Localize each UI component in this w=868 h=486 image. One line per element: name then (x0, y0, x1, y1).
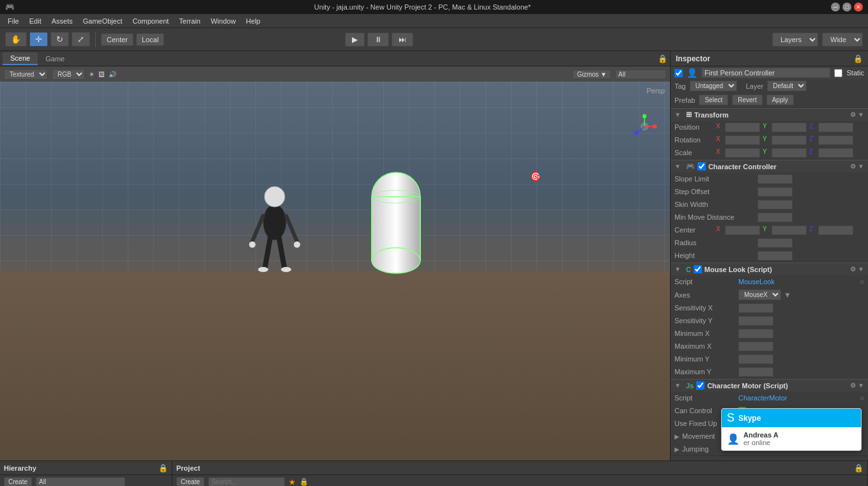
tab-scene[interactable]: Scene (3, 52, 38, 65)
color-mode-select[interactable]: RGB (52, 69, 85, 80)
scene-search-input[interactable] (615, 70, 666, 79)
minimize-button[interactable]: ─ (831, 3, 840, 11)
wide-dropdown[interactable]: Wide (822, 33, 863, 47)
project-search-input[interactable] (208, 477, 285, 486)
menu-assets[interactable]: Assets (47, 16, 78, 26)
transform-header[interactable]: ▼ ⊞ Transform ⚙ ▼ (671, 108, 868, 121)
play-button[interactable]: ▶ (345, 33, 365, 47)
revert-button[interactable]: Revert (732, 95, 762, 105)
char-motor-checkbox[interactable] (696, 381, 704, 390)
scale-z-input[interactable]: 1 (818, 148, 853, 158)
rotate-tool-button[interactable]: ↻ (50, 32, 69, 47)
scale-tool-button[interactable]: ⤢ (72, 32, 90, 47)
mouse-look-checkbox[interactable] (694, 265, 702, 273)
project-lock-icon[interactable]: 🔒 (854, 464, 864, 473)
scale-x-input[interactable]: 1 (725, 148, 760, 158)
scale-y-input[interactable]: 1 (772, 148, 807, 158)
ml-maxy-input[interactable]: 0 (738, 367, 773, 377)
center-button[interactable]: Center (101, 33, 133, 46)
cm-script-icon[interactable]: ○ (860, 394, 864, 402)
image-icon[interactable]: 🖼 (98, 71, 105, 78)
step-input[interactable]: 0.4 (758, 187, 793, 197)
inspector-lock-icon[interactable]: 🔒 (853, 54, 863, 63)
project-star-icon[interactable]: ★ (289, 478, 296, 487)
tag-select[interactable]: Untagged (690, 80, 737, 91)
menu-window[interactable]: Window (206, 16, 241, 26)
cm-movement-arrow[interactable]: ▶ (674, 433, 680, 440)
layer-select[interactable]: Default (767, 80, 807, 91)
radius-input[interactable]: 0.4 (758, 238, 793, 248)
cm-jumping-arrow[interactable]: ▶ (674, 446, 680, 453)
scale-y-label: Y (763, 148, 769, 158)
titlebar: 🎮 Unity - jaja.unity - New Unity Project… (0, 0, 868, 14)
ml-sensy-input[interactable]: 0 (738, 316, 773, 326)
layers-dropdown[interactable]: Layers (772, 33, 818, 47)
menu-gameobject[interactable]: GameObject (78, 16, 128, 26)
sun-icon[interactable]: ☀ (89, 71, 95, 78)
ml-miny-input[interactable]: 0 (738, 354, 773, 364)
ml-minx-input[interactable]: -360 (738, 329, 773, 338)
center-z-input[interactable]: 0 (818, 225, 853, 235)
apply-button[interactable]: Apply (766, 95, 794, 105)
project-create-button[interactable]: Create (176, 477, 204, 486)
skype-notification-popup[interactable]: S Skype 👤 Andreas A er online (721, 408, 862, 451)
transform-settings-icon[interactable]: ⚙ ▼ (850, 111, 864, 118)
svg-point-18 (258, 267, 268, 272)
local-button[interactable]: Local (136, 33, 164, 46)
project-lock-btn[interactable]: 🔒 (300, 478, 308, 486)
rot-y-label: Y (763, 135, 769, 145)
char-ctrl-header[interactable]: ▼ 🎮 Character Controller ⚙ ▼ (671, 160, 868, 172)
pos-z-input[interactable]: 7.548226 (818, 123, 853, 132)
step-label: Step Offset (674, 188, 758, 195)
skin-input[interactable]: 0.05 (758, 200, 793, 209)
mouse-look-header[interactable]: ▼ C Mouse Look (Script) ⚙ ▼ (671, 262, 868, 275)
rot-y-input[interactable]: 0 (772, 135, 807, 145)
svg-point-6 (635, 131, 639, 135)
hierarchy-create-button[interactable]: Create (4, 477, 32, 486)
menu-file[interactable]: File (3, 16, 24, 26)
inspector-scrollable[interactable]: 👤 Static Tag Untagged Layer Default Pref… (671, 66, 868, 460)
mouse-look-settings-icon[interactable]: ⚙ ▼ (850, 266, 864, 273)
step-button[interactable]: ⏭ (392, 33, 413, 47)
hand-tool-button[interactable]: ✋ (5, 32, 27, 47)
static-checkbox[interactable] (834, 69, 842, 77)
scene-view[interactable]: Persp X Y Z 🎯 (0, 82, 670, 460)
rot-x-input[interactable]: 0 (725, 135, 760, 145)
ml-sensx-input[interactable]: 15 (738, 303, 773, 313)
slope-input[interactable]: 45 (758, 174, 793, 184)
height-input[interactable]: 2 (758, 251, 793, 261)
pos-y-input[interactable]: 0.87743 (772, 123, 807, 132)
gizmos-button[interactable]: Gizmos ▼ (572, 70, 611, 79)
viewport-lock-icon[interactable]: 🔒 (658, 54, 667, 63)
menu-terrain[interactable]: Terrain (174, 16, 206, 26)
select-button[interactable]: Select (699, 95, 728, 105)
move-tool-button[interactable]: ✛ (29, 32, 48, 47)
char-motor-settings-icon[interactable]: ⚙ ▼ (850, 382, 864, 389)
center-y-input[interactable]: 0 (772, 225, 807, 235)
menu-help[interactable]: Help (241, 16, 266, 26)
pos-x-input[interactable]: 17.60363 (725, 123, 760, 132)
min-move-input[interactable]: 0 (758, 213, 793, 222)
char-motor-header[interactable]: ▼ Js Character Motor (Script) ⚙ ▼ (671, 379, 868, 391)
char-ctrl-settings-icon[interactable]: ⚙ ▼ (850, 163, 864, 170)
hierarchy-lock-icon[interactable]: 🔒 (158, 464, 168, 473)
char-ctrl-title: Character Controller (708, 163, 777, 171)
ml-script-icon[interactable]: ○ (860, 278, 864, 285)
object-name-input[interactable] (701, 68, 830, 78)
close-button[interactable]: ✕ (854, 3, 863, 11)
cm-movement-label: Movement (682, 432, 715, 440)
display-mode-select[interactable]: Textured (4, 69, 48, 80)
ml-maxx-input[interactable]: 360 (738, 342, 773, 351)
menu-component[interactable]: Component (127, 16, 174, 26)
maximize-button[interactable]: □ (842, 3, 851, 11)
char-ctrl-checkbox[interactable] (697, 162, 706, 171)
pause-button[interactable]: ⏸ (367, 33, 389, 47)
menu-edit[interactable]: Edit (24, 16, 47, 26)
audio-icon[interactable]: 🔊 (109, 71, 116, 78)
ml-axes-select[interactable]: MouseX (738, 289, 781, 300)
rot-z-input[interactable]: 0 (818, 135, 853, 145)
hierarchy-search-input[interactable] (36, 477, 125, 486)
center-x-input[interactable]: 0 (725, 225, 760, 235)
object-active-checkbox[interactable] (674, 69, 683, 77)
tab-game[interactable]: Game (38, 53, 72, 65)
